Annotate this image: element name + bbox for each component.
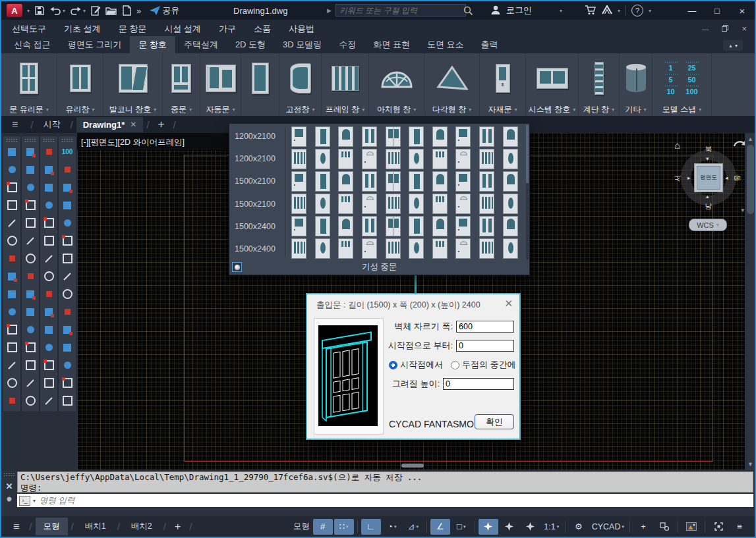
door-style-thumbnail[interactable] bbox=[451, 148, 475, 170]
door-style-thumbnail[interactable] bbox=[498, 193, 522, 215]
vertical-scrollbar[interactable]: ▲ ▼ bbox=[745, 133, 756, 470]
ortho-mode[interactable]: ∟ bbox=[361, 519, 381, 535]
statusbar-menu-icon[interactable]: ≡ bbox=[13, 521, 19, 533]
tool-icon[interactable] bbox=[59, 392, 75, 410]
tool-icon[interactable] bbox=[22, 143, 38, 161]
radio-midpoint-label[interactable]: 두점의 중간에 bbox=[462, 359, 516, 371]
ribbon-item-auto-door[interactable]: 자동문▾ bbox=[200, 53, 241, 116]
ribbon-tab[interactable]: 출력 bbox=[473, 36, 507, 53]
menu-item[interactable]: 사용법 bbox=[289, 23, 314, 35]
door-style-thumbnail[interactable] bbox=[475, 215, 499, 238]
door-style-thumbnail[interactable] bbox=[475, 125, 499, 148]
help-button[interactable]: ? bbox=[631, 5, 643, 16]
menu-item[interactable]: 소품 bbox=[254, 23, 271, 35]
door-style-thumbnail[interactable] bbox=[358, 170, 382, 192]
door-style-thumbnail[interactable] bbox=[358, 238, 382, 260]
tool-icon[interactable] bbox=[59, 303, 75, 321]
doc-close-button[interactable]: × bbox=[741, 24, 747, 34]
door-style-thumbnail[interactable] bbox=[428, 193, 452, 215]
tool-icon[interactable] bbox=[41, 356, 57, 374]
command-input[interactable] bbox=[38, 495, 753, 506]
door-style-thumbnail[interactable] bbox=[381, 193, 405, 215]
tool-icon[interactable] bbox=[41, 214, 57, 232]
door-style-thumbnail[interactable] bbox=[475, 170, 499, 192]
door-style-thumbnail[interactable] bbox=[451, 170, 475, 192]
maximize-button[interactable]: □ bbox=[705, 1, 730, 20]
scroll-up-icon[interactable]: ▲ bbox=[745, 136, 756, 142]
door-style-thumbnail[interactable] bbox=[405, 170, 428, 192]
ribbon-tab[interactable]: 2D 도형 bbox=[227, 36, 274, 53]
tool-icon[interactable] bbox=[4, 303, 20, 321]
customize-button[interactable]: + bbox=[633, 519, 653, 535]
object-snap[interactable]: □▾ bbox=[451, 519, 471, 535]
ribbon-item-misc-cylinder[interactable]: 기타▾ bbox=[620, 53, 653, 116]
ribbon-tab[interactable]: 도면 요소 bbox=[419, 36, 473, 53]
tool-icon[interactable] bbox=[59, 161, 75, 178]
tool-icon[interactable] bbox=[4, 178, 20, 196]
doc-minimize-button[interactable]: — bbox=[701, 25, 709, 33]
toolbar-grip[interactable] bbox=[43, 138, 55, 142]
scrollbar-thumb[interactable] bbox=[747, 145, 754, 214]
login-caret-icon[interactable]: ▾ bbox=[560, 8, 562, 14]
clean-screen[interactable] bbox=[709, 519, 728, 535]
command-wrench-icon[interactable] bbox=[5, 497, 15, 506]
layout-tab[interactable]: 모형 bbox=[36, 518, 68, 535]
door-style-thumbnail[interactable] bbox=[358, 148, 382, 170]
tool-icon[interactable] bbox=[22, 267, 38, 285]
toolbar-grip[interactable] bbox=[61, 138, 73, 142]
tool-icon[interactable] bbox=[22, 303, 38, 321]
viewport-controls[interactable]: [-][평면도][2D 와이어프레임] bbox=[81, 137, 185, 148]
ribbon-tab[interactable]: 화면 표현 bbox=[364, 36, 419, 53]
door-style-thumbnail[interactable] bbox=[475, 193, 499, 215]
tool-icon[interactable] bbox=[41, 285, 57, 303]
door-style-thumbnail[interactable] bbox=[287, 125, 311, 148]
redo-button[interactable]: ▾ bbox=[70, 7, 86, 15]
tool-icon[interactable] bbox=[4, 321, 20, 338]
ribbon-item-mid-door[interactable]: 중문▾ bbox=[163, 53, 200, 116]
door-style-thumbnail[interactable] bbox=[381, 238, 405, 260]
door-style-thumbnail[interactable] bbox=[381, 148, 405, 170]
door-style-thumbnail[interactable] bbox=[498, 238, 522, 260]
tool-icon[interactable] bbox=[4, 374, 20, 392]
viewcube-face[interactable]: 평면도 bbox=[694, 163, 723, 192]
command-close-icon[interactable]: ✕ bbox=[6, 481, 13, 491]
new-tab-button[interactable]: + bbox=[153, 118, 170, 131]
tool-icon[interactable] bbox=[41, 267, 57, 285]
tool-icon[interactable] bbox=[59, 285, 75, 303]
ribbon-item-polygon-window[interactable]: 다각형 창▾ bbox=[424, 53, 480, 116]
tool-icon[interactable] bbox=[22, 232, 38, 250]
ribbon-item-frame-window[interactable]: 프레임 창▾ bbox=[322, 53, 369, 116]
ribbon-item-material-door[interactable]: 자재문▾ bbox=[480, 53, 526, 116]
tool-icon[interactable] bbox=[22, 356, 38, 374]
user-icon[interactable] bbox=[490, 5, 501, 17]
door-style-thumbnail[interactable] bbox=[311, 170, 335, 192]
login-label[interactable]: 로그인 bbox=[506, 5, 532, 16]
layout-tab[interactable]: 배치1 bbox=[77, 518, 114, 535]
toolbar-grip[interactable] bbox=[24, 138, 36, 142]
workspace-switch[interactable]: CYCAD▾ bbox=[590, 519, 626, 535]
door-style-thumbnail[interactable] bbox=[334, 170, 358, 192]
cart-icon[interactable] bbox=[585, 5, 596, 17]
door-style-thumbnail[interactable] bbox=[428, 125, 452, 148]
tool-icon[interactable] bbox=[59, 338, 75, 356]
door-style-thumbnail[interactable] bbox=[381, 125, 405, 148]
file-tab[interactable]: Drawing1*✕ bbox=[76, 117, 144, 132]
ribbon-item-tall-window[interactable] bbox=[241, 53, 279, 116]
tool-icon[interactable] bbox=[4, 356, 20, 374]
tool-icon[interactable]: 100 bbox=[59, 143, 75, 161]
doc-restore-button[interactable] bbox=[722, 25, 728, 33]
help-caret-icon[interactable]: ▾ bbox=[649, 8, 651, 14]
ribbon-item-stair-window[interactable]: 계단 창▾ bbox=[579, 53, 620, 116]
door-style-thumbnail[interactable] bbox=[358, 215, 382, 238]
menu-item[interactable]: 가구 bbox=[219, 23, 236, 35]
door-style-thumbnail[interactable] bbox=[311, 148, 335, 170]
door-style-thumbnail[interactable] bbox=[311, 238, 335, 260]
canvas-scroll-grip[interactable] bbox=[401, 464, 424, 468]
door-style-thumbnail[interactable] bbox=[428, 238, 452, 260]
tool-icon[interactable] bbox=[41, 178, 57, 196]
tool-icon[interactable] bbox=[22, 338, 38, 356]
tool-icon[interactable] bbox=[59, 178, 75, 196]
ribbon-item-balcony-window[interactable]: 발코니 창호▾ bbox=[103, 53, 163, 116]
tool-icon[interactable] bbox=[22, 374, 38, 392]
layout-tab[interactable]: 배치2 bbox=[123, 518, 160, 535]
